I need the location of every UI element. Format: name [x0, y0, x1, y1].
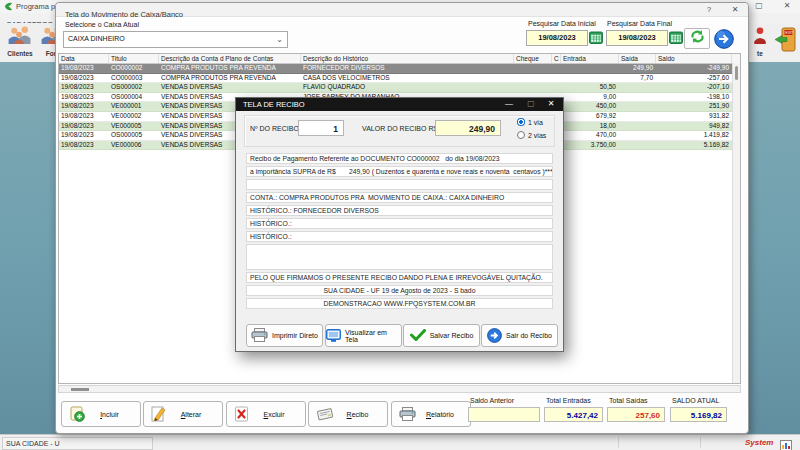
horizontal-scrollbar[interactable]: [58, 385, 741, 393]
table-cell-cheque: [514, 64, 552, 73]
search-go-button[interactable]: [714, 29, 734, 49]
people-icon: [6, 31, 34, 48]
salvar-recibo-button[interactable]: Salvar Recibo: [403, 324, 480, 347]
receipt-value-input[interactable]: 249,90: [435, 120, 501, 136]
table-cell-historico: FORNECEDOR DIVERSOS: [301, 64, 514, 73]
button-label: Recibo: [334, 411, 381, 418]
receipt-line: SUA CIDADE - UF 19 de Agosto de 2023 - S…: [246, 285, 553, 296]
imprimir-direto-button[interactable]: Imprimir Direto: [246, 324, 323, 347]
table-cell-cheque: [514, 74, 552, 83]
via-radio-option[interactable]: 2 vias: [517, 131, 546, 139]
table-cell-historico: CASA DOS VELOCIMETROS: [301, 74, 514, 83]
exit-door-icon: EXIT: [773, 39, 797, 56]
app-close-button[interactable]: ✕: [780, 1, 794, 10]
excluir-button[interactable]: Excluir: [226, 401, 306, 427]
total-value: 5.427,42: [544, 407, 603, 422]
table-cell-titulo: OS000004: [109, 93, 159, 102]
toolbar-right-partial-button[interactable]: te: [748, 26, 772, 57]
column-header[interactable]: Entrada: [561, 54, 619, 63]
table-cell-c: [552, 74, 561, 83]
app-maximize-button[interactable]: ▢: [752, 1, 766, 10]
window-help-button[interactable]: ?: [698, 3, 720, 16]
receipt-number-label: Nº DO RECIBO: [250, 125, 299, 132]
chevron-down-icon: ⌄: [276, 33, 283, 47]
column-header[interactable]: Data: [59, 54, 109, 63]
table-cell-data: 19/08/2023: [59, 122, 109, 131]
recibo-button[interactable]: Recibo: [308, 401, 388, 427]
table-cell-saldo: 251,90: [656, 102, 732, 111]
table-cell-saldo: -198,10: [656, 93, 732, 102]
radio-icon[interactable]: [517, 118, 525, 126]
app-title: Programa p: [16, 2, 55, 11]
column-header[interactable]: Titulo: [109, 54, 159, 63]
table-cell-data: 19/08/2023: [59, 74, 109, 83]
window-close-button[interactable]: ✕: [724, 3, 746, 16]
relat-rio-button[interactable]: Relatório: [391, 401, 471, 427]
receipt-modal: TELA DE RECIBO — ▢ ✕ Nº DO RECIBO 1 VALO…: [235, 97, 564, 352]
table-cell-entrada: 50,50: [561, 83, 619, 92]
receipt-number-input[interactable]: 1: [298, 120, 344, 136]
column-header[interactable]: Descrição do Histórico: [301, 54, 514, 63]
table-cell-conta: VENDAS DIVERSAS: [159, 83, 301, 92]
column-header[interactable]: Saldo: [656, 54, 732, 63]
date-start-input[interactable]: 19/08/2023: [526, 30, 588, 46]
radio-icon[interactable]: [517, 131, 525, 139]
caixa-select-label: Selecione o Caixa Atual: [65, 21, 139, 28]
column-header[interactable]: Descrição da Conta d Plano de Contas: [159, 54, 301, 63]
button-label: Visualizar em Tela: [345, 329, 401, 343]
modal-minimize-button[interactable]: —: [499, 98, 519, 111]
sair-do-recibo-button[interactable]: Sair do Recibo: [481, 324, 558, 347]
incluir-button[interactable]: Incluir: [61, 401, 141, 427]
modal-close-button[interactable]: ✕: [541, 98, 561, 111]
table-cell-saldo: -249,90: [656, 64, 732, 73]
table-cell-saida: [619, 141, 656, 150]
column-header[interactable]: Cheque: [514, 54, 552, 63]
total-label: Total Saídas: [609, 397, 648, 404]
horizontal-scrollbar-thumb[interactable]: [71, 388, 89, 391]
alterar-button[interactable]: Alterar: [143, 401, 223, 427]
total-value: [468, 407, 540, 422]
table-row[interactable]: 19/08/2023CO000003COMPRA PRODUTOS PRA RE…: [59, 74, 740, 84]
table-cell-saida: [619, 122, 656, 131]
receipt-line: PELO QUE FIRMAMOS O PRESENTE RECIBO DAND…: [246, 272, 553, 283]
receipt-line: HISTÓRICO.:: [246, 231, 553, 242]
table-cell-saldo: 5.169,82: [656, 141, 732, 150]
refresh-button[interactable]: [684, 28, 710, 49]
visualizar-em-tela-button[interactable]: Visualizar em Tela: [325, 324, 402, 347]
column-header[interactable]: Saída: [619, 54, 656, 63]
toolbar-exit-button[interactable]: EXIT: [772, 26, 798, 57]
calendar-icon[interactable]: [589, 30, 604, 45]
receipt-line: CONTA.: COMPRA PRODUTOS PRA MOVIMENTO DE…: [246, 192, 553, 203]
receipt-modal-titlebar[interactable]: TELA DE RECIBO — ▢ ✕: [236, 98, 563, 111]
date-end-label: Pesquisar Data Final: [607, 20, 672, 27]
table-cell-titulo: OS000002: [109, 83, 159, 92]
receipt-line: [246, 244, 553, 270]
statusbar-logo-icon: [780, 437, 792, 450]
receipt-lines: Recibo de Pagamento Referente ao DOCUMEN…: [246, 153, 553, 311]
modal-maximize-button[interactable]: ▢: [521, 98, 541, 111]
table-row[interactable]: 19/08/2023CO000002COMPRA PRODUTOS PRA RE…: [59, 64, 740, 74]
table-cell-saldo: 931,82: [656, 112, 732, 121]
table-row[interactable]: 19/08/2023OS000002VENDAS DIVERSASFLAVIO …: [59, 83, 740, 93]
column-header[interactable]: C: [552, 54, 561, 63]
receipt-line: [246, 179, 553, 190]
total-value: 257,60: [607, 407, 665, 422]
vertical-scrollbar[interactable]: [732, 63, 740, 384]
table-cell-saida: [619, 131, 656, 140]
table-cell-saldo: -257,60: [656, 74, 732, 83]
button-label: Excluir: [249, 411, 299, 418]
caixa-select[interactable]: CAIXA DINHEIRO ⌄: [63, 31, 288, 48]
calendar-icon[interactable]: [669, 30, 684, 45]
table-cell-entrada: [561, 64, 619, 73]
table-cell-data: 19/08/2023: [59, 93, 109, 102]
date-end-input[interactable]: 19/08/2023: [606, 30, 668, 46]
toolbar-clientes-button[interactable]: Clientes: [3, 26, 37, 57]
receipt-value-label: VALOR DO RECIBO R$: [362, 125, 437, 132]
vertical-scrollbar-thumb[interactable]: [735, 66, 738, 80]
table-cell-saida: [619, 112, 656, 121]
refresh-icon: [689, 29, 706, 48]
movement-window-titlebar[interactable]: Tela do Movimento de Caixa/Banco ? ✕: [56, 3, 748, 17]
via-radio-option[interactable]: 1 via: [517, 118, 543, 126]
pencil-icon: [151, 406, 166, 422]
go-arrow-icon: [714, 35, 734, 52]
